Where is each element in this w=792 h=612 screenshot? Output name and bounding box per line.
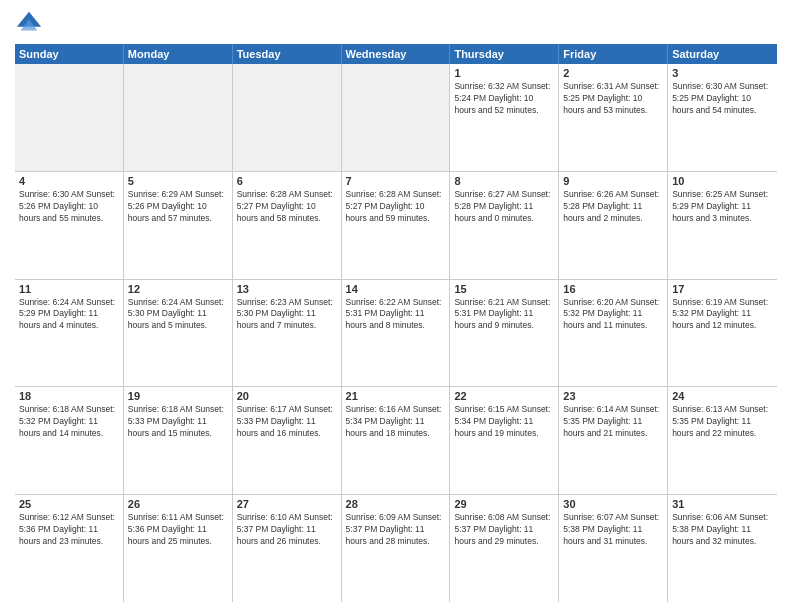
- day-number: 7: [346, 175, 446, 187]
- calendar-cell: 30Sunrise: 6:07 AM Sunset: 5:38 PM Dayli…: [559, 495, 668, 602]
- calendar-cell: 17Sunrise: 6:19 AM Sunset: 5:32 PM Dayli…: [668, 280, 777, 387]
- calendar-cell: 20Sunrise: 6:17 AM Sunset: 5:33 PM Dayli…: [233, 387, 342, 494]
- header-cell-sunday: Sunday: [15, 44, 124, 64]
- day-number: 18: [19, 390, 119, 402]
- calendar-body: 1Sunrise: 6:32 AM Sunset: 5:24 PM Daylig…: [15, 64, 777, 602]
- header-cell-tuesday: Tuesday: [233, 44, 342, 64]
- calendar-row: 18Sunrise: 6:18 AM Sunset: 5:32 PM Dayli…: [15, 387, 777, 495]
- day-info: Sunrise: 6:13 AM Sunset: 5:35 PM Dayligh…: [672, 404, 773, 440]
- header-cell-wednesday: Wednesday: [342, 44, 451, 64]
- header: [15, 10, 777, 38]
- header-cell-friday: Friday: [559, 44, 668, 64]
- day-info: Sunrise: 6:08 AM Sunset: 5:37 PM Dayligh…: [454, 512, 554, 548]
- day-number: 6: [237, 175, 337, 187]
- day-info: Sunrise: 6:30 AM Sunset: 5:25 PM Dayligh…: [672, 81, 773, 117]
- day-info: Sunrise: 6:24 AM Sunset: 5:30 PM Dayligh…: [128, 297, 228, 333]
- day-info: Sunrise: 6:15 AM Sunset: 5:34 PM Dayligh…: [454, 404, 554, 440]
- day-number: 11: [19, 283, 119, 295]
- day-number: 4: [19, 175, 119, 187]
- day-info: Sunrise: 6:28 AM Sunset: 5:27 PM Dayligh…: [237, 189, 337, 225]
- calendar-cell: 19Sunrise: 6:18 AM Sunset: 5:33 PM Dayli…: [124, 387, 233, 494]
- day-number: 3: [672, 67, 773, 79]
- day-info: Sunrise: 6:19 AM Sunset: 5:32 PM Dayligh…: [672, 297, 773, 333]
- calendar-cell: 26Sunrise: 6:11 AM Sunset: 5:36 PM Dayli…: [124, 495, 233, 602]
- calendar-cell: 22Sunrise: 6:15 AM Sunset: 5:34 PM Dayli…: [450, 387, 559, 494]
- day-number: 14: [346, 283, 446, 295]
- day-number: 22: [454, 390, 554, 402]
- calendar-cell: [342, 64, 451, 171]
- day-number: 24: [672, 390, 773, 402]
- calendar: SundayMondayTuesdayWednesdayThursdayFrid…: [15, 44, 777, 602]
- day-info: Sunrise: 6:06 AM Sunset: 5:38 PM Dayligh…: [672, 512, 773, 548]
- day-info: Sunrise: 6:29 AM Sunset: 5:26 PM Dayligh…: [128, 189, 228, 225]
- calendar-row: 1Sunrise: 6:32 AM Sunset: 5:24 PM Daylig…: [15, 64, 777, 172]
- calendar-cell: 21Sunrise: 6:16 AM Sunset: 5:34 PM Dayli…: [342, 387, 451, 494]
- day-info: Sunrise: 6:12 AM Sunset: 5:36 PM Dayligh…: [19, 512, 119, 548]
- day-number: 26: [128, 498, 228, 510]
- calendar-cell: 11Sunrise: 6:24 AM Sunset: 5:29 PM Dayli…: [15, 280, 124, 387]
- calendar-cell: [15, 64, 124, 171]
- day-number: 31: [672, 498, 773, 510]
- calendar-cell: [124, 64, 233, 171]
- day-info: Sunrise: 6:27 AM Sunset: 5:28 PM Dayligh…: [454, 189, 554, 225]
- day-number: 21: [346, 390, 446, 402]
- day-number: 19: [128, 390, 228, 402]
- day-info: Sunrise: 6:26 AM Sunset: 5:28 PM Dayligh…: [563, 189, 663, 225]
- day-info: Sunrise: 6:30 AM Sunset: 5:26 PM Dayligh…: [19, 189, 119, 225]
- day-number: 23: [563, 390, 663, 402]
- day-info: Sunrise: 6:07 AM Sunset: 5:38 PM Dayligh…: [563, 512, 663, 548]
- calendar-cell: 6Sunrise: 6:28 AM Sunset: 5:27 PM Daylig…: [233, 172, 342, 279]
- header-cell-thursday: Thursday: [450, 44, 559, 64]
- calendar-cell: [233, 64, 342, 171]
- calendar-header: SundayMondayTuesdayWednesdayThursdayFrid…: [15, 44, 777, 64]
- day-number: 27: [237, 498, 337, 510]
- day-number: 28: [346, 498, 446, 510]
- calendar-row: 25Sunrise: 6:12 AM Sunset: 5:36 PM Dayli…: [15, 495, 777, 602]
- calendar-cell: 13Sunrise: 6:23 AM Sunset: 5:30 PM Dayli…: [233, 280, 342, 387]
- calendar-row: 11Sunrise: 6:24 AM Sunset: 5:29 PM Dayli…: [15, 280, 777, 388]
- day-info: Sunrise: 6:18 AM Sunset: 5:32 PM Dayligh…: [19, 404, 119, 440]
- calendar-cell: 25Sunrise: 6:12 AM Sunset: 5:36 PM Dayli…: [15, 495, 124, 602]
- day-number: 15: [454, 283, 554, 295]
- logo-icon: [15, 10, 43, 38]
- day-info: Sunrise: 6:16 AM Sunset: 5:34 PM Dayligh…: [346, 404, 446, 440]
- day-info: Sunrise: 6:09 AM Sunset: 5:37 PM Dayligh…: [346, 512, 446, 548]
- calendar-cell: 15Sunrise: 6:21 AM Sunset: 5:31 PM Dayli…: [450, 280, 559, 387]
- calendar-cell: 4Sunrise: 6:30 AM Sunset: 5:26 PM Daylig…: [15, 172, 124, 279]
- day-number: 2: [563, 67, 663, 79]
- day-number: 30: [563, 498, 663, 510]
- day-number: 12: [128, 283, 228, 295]
- calendar-cell: 12Sunrise: 6:24 AM Sunset: 5:30 PM Dayli…: [124, 280, 233, 387]
- day-info: Sunrise: 6:21 AM Sunset: 5:31 PM Dayligh…: [454, 297, 554, 333]
- calendar-cell: 1Sunrise: 6:32 AM Sunset: 5:24 PM Daylig…: [450, 64, 559, 171]
- calendar-row: 4Sunrise: 6:30 AM Sunset: 5:26 PM Daylig…: [15, 172, 777, 280]
- day-info: Sunrise: 6:20 AM Sunset: 5:32 PM Dayligh…: [563, 297, 663, 333]
- page: SundayMondayTuesdayWednesdayThursdayFrid…: [0, 0, 792, 612]
- calendar-cell: 3Sunrise: 6:30 AM Sunset: 5:25 PM Daylig…: [668, 64, 777, 171]
- calendar-cell: 23Sunrise: 6:14 AM Sunset: 5:35 PM Dayli…: [559, 387, 668, 494]
- day-info: Sunrise: 6:24 AM Sunset: 5:29 PM Dayligh…: [19, 297, 119, 333]
- day-number: 20: [237, 390, 337, 402]
- day-info: Sunrise: 6:25 AM Sunset: 5:29 PM Dayligh…: [672, 189, 773, 225]
- day-number: 29: [454, 498, 554, 510]
- day-number: 1: [454, 67, 554, 79]
- day-info: Sunrise: 6:32 AM Sunset: 5:24 PM Dayligh…: [454, 81, 554, 117]
- calendar-cell: 16Sunrise: 6:20 AM Sunset: 5:32 PM Dayli…: [559, 280, 668, 387]
- day-number: 10: [672, 175, 773, 187]
- day-info: Sunrise: 6:14 AM Sunset: 5:35 PM Dayligh…: [563, 404, 663, 440]
- day-number: 9: [563, 175, 663, 187]
- calendar-cell: 2Sunrise: 6:31 AM Sunset: 5:25 PM Daylig…: [559, 64, 668, 171]
- day-info: Sunrise: 6:23 AM Sunset: 5:30 PM Dayligh…: [237, 297, 337, 333]
- calendar-cell: 29Sunrise: 6:08 AM Sunset: 5:37 PM Dayli…: [450, 495, 559, 602]
- calendar-cell: 14Sunrise: 6:22 AM Sunset: 5:31 PM Dayli…: [342, 280, 451, 387]
- header-cell-saturday: Saturday: [668, 44, 777, 64]
- day-number: 25: [19, 498, 119, 510]
- calendar-cell: 7Sunrise: 6:28 AM Sunset: 5:27 PM Daylig…: [342, 172, 451, 279]
- day-number: 13: [237, 283, 337, 295]
- calendar-cell: 5Sunrise: 6:29 AM Sunset: 5:26 PM Daylig…: [124, 172, 233, 279]
- day-info: Sunrise: 6:11 AM Sunset: 5:36 PM Dayligh…: [128, 512, 228, 548]
- day-number: 8: [454, 175, 554, 187]
- day-number: 5: [128, 175, 228, 187]
- calendar-cell: 24Sunrise: 6:13 AM Sunset: 5:35 PM Dayli…: [668, 387, 777, 494]
- calendar-cell: 8Sunrise: 6:27 AM Sunset: 5:28 PM Daylig…: [450, 172, 559, 279]
